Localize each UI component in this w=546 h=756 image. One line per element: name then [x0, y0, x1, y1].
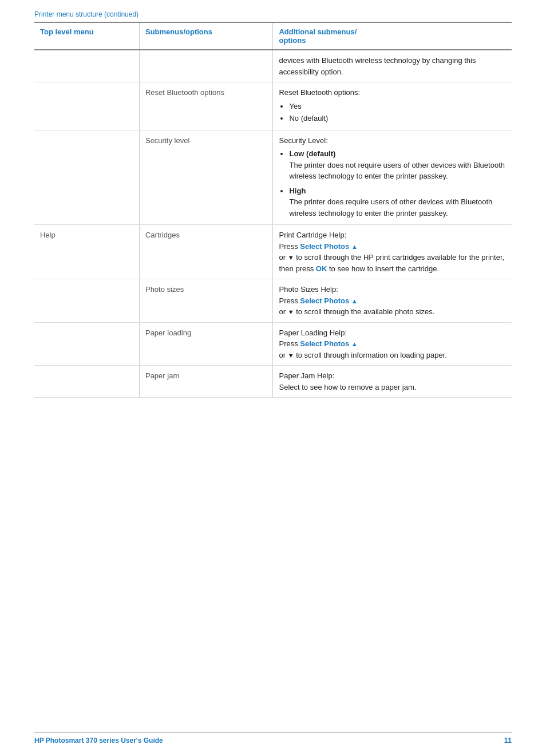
top-level-cell: Help: [34, 225, 139, 279]
table-row: Paper jam Paper Jam Help: Select to see …: [34, 366, 512, 398]
or-text: or: [279, 253, 287, 262]
submenu-cell: Cartridges: [139, 225, 273, 279]
additional-cell: Paper Jam Help: Select to see how to rem…: [273, 366, 512, 398]
arrow-up-icon: ▲: [351, 243, 358, 250]
select-photos-link2[interactable]: Select Photos ▲: [300, 296, 357, 305]
add-title: Photo Sizes Help:: [279, 285, 338, 294]
footer-left: HP Photosmart 370 series User's Guide: [34, 737, 163, 745]
security-bullet1-bold: Low (default): [289, 149, 335, 158]
table-row: Photo sizes Photo Sizes Help: Press Sele…: [34, 279, 512, 323]
arrow-down-icon2: ▼: [288, 308, 294, 315]
or-text2: or: [279, 307, 287, 316]
breadcrumb[interactable]: Printer menu structure (continued): [34, 10, 512, 18]
security-bullet1-text: The printer does not require users of ot…: [289, 161, 505, 181]
select-photos-text2: Select Photos: [300, 296, 349, 305]
end-text2: to scroll through the available photo si…: [294, 307, 435, 316]
security-bullet2-bold: High: [289, 187, 306, 195]
ok-link: OK: [316, 264, 327, 273]
submenu-cell: Reset Bluetooth options: [139, 82, 273, 130]
table-row: Paper loading Paper Loading Help: Press …: [34, 322, 512, 366]
end-text3: to scroll through information on loading…: [294, 351, 447, 359]
add-title: Paper Jam Help:: [279, 371, 334, 380]
table-row: Security level Security Level: Low (defa…: [34, 130, 512, 225]
select-photos-text: Select Photos: [300, 242, 349, 251]
table-row: Help Cartridges Print Cartridge Help: Pr…: [34, 225, 512, 279]
additional-cell: devices with Bluetooth wireless technolo…: [273, 50, 512, 82]
additional-cell: Photo Sizes Help: Press Select Photos ▲ …: [273, 279, 512, 323]
list-item: No (default): [289, 113, 506, 124]
top-level-cell: [34, 322, 139, 366]
list-item: High The printer does require users of o…: [289, 185, 506, 219]
submenu-cell: [139, 50, 273, 82]
list-item: Yes: [289, 101, 506, 112]
additional-cell: Security Level: Low (default) The printe…: [273, 130, 512, 225]
additional-cell: Reset Bluetooth options: Yes No (default…: [273, 82, 512, 130]
top-level-cell: [34, 366, 139, 398]
arrow-up-icon3: ▲: [351, 341, 358, 347]
table-row: devices with Bluetooth wireless technolo…: [34, 50, 512, 82]
add-title: Print Cartridge Help:: [279, 231, 346, 239]
add-title: Paper Loading Help:: [279, 328, 347, 337]
footer-right: 11: [504, 737, 512, 745]
add-text: devices with Bluetooth wireless technolo…: [279, 56, 476, 76]
arrow-down-icon3: ▼: [288, 352, 294, 359]
paper-press: Press: [279, 339, 300, 348]
col-header-add: Additional submenus/ options: [273, 22, 512, 50]
top-level-cell: [34, 279, 139, 323]
submenu-cell: Photo sizes: [139, 279, 273, 323]
submenu-cell: Security level: [139, 130, 273, 225]
arrow-up-icon2: ▲: [351, 298, 358, 304]
table-row: Reset Bluetooth options Reset Bluetooth …: [34, 82, 512, 130]
cartridge-press: Press: [279, 242, 300, 251]
submenu-cell: Paper jam: [139, 366, 273, 398]
page-footer: HP Photosmart 370 series User's Guide 11: [34, 733, 512, 745]
or-text3: or: [279, 351, 287, 359]
end-text: to see how to insert the cartridge.: [327, 264, 439, 273]
col-header-sub: Submenus/options: [139, 22, 273, 50]
top-level-cell: [34, 50, 139, 82]
select-photos-link[interactable]: Select Photos ▲: [300, 242, 357, 251]
submenu-cell: Paper loading: [139, 322, 273, 366]
top-level-cell: [34, 130, 139, 225]
paper-jam-text: Select to see how to remove a paper jam.: [279, 383, 416, 391]
select-photos-link3[interactable]: Select Photos ▲: [300, 339, 357, 348]
col-header-top: Top level menu: [34, 22, 139, 50]
arrow-down-icon: ▼: [288, 254, 294, 261]
additional-cell: Paper Loading Help: Press Select Photos …: [273, 322, 512, 366]
add-title: Reset Bluetooth options:: [279, 88, 360, 97]
list-item: Low (default) The printer does not requi…: [289, 148, 506, 182]
security-bullet2-text: The printer does require users of other …: [289, 197, 492, 217]
top-level-cell: [34, 82, 139, 130]
additional-cell: Print Cartridge Help: Press Select Photo…: [273, 225, 512, 279]
photo-press: Press: [279, 296, 300, 305]
select-photos-text3: Select Photos: [300, 339, 349, 348]
add-title: Security Level:: [279, 136, 327, 145]
